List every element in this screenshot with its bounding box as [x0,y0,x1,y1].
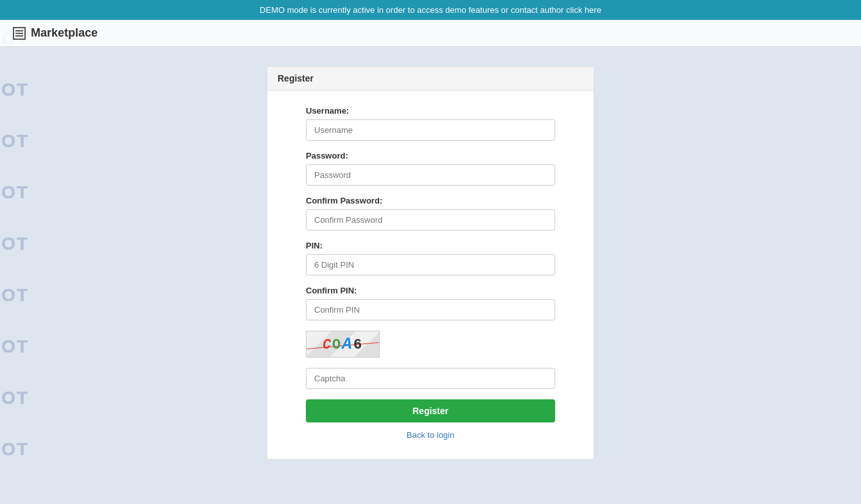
confirm-pin-input[interactable] [306,299,555,320]
confirm-pin-group: Confirm PIN: [306,286,555,320]
password-group: Password: [306,151,555,186]
register-tab-label: Register [278,73,314,83]
svg-rect-1 [15,33,23,34]
captcha-char-a: A [342,335,353,354]
back-to-login: Back to login [306,430,555,440]
confirm-password-input[interactable] [306,209,555,230]
demo-banner: DEMO mode is currently active in order t… [0,0,861,20]
captcha-input[interactable] [306,368,555,389]
svg-rect-2 [15,35,23,37]
main-content: Register Username: Password: Confirm Pas… [0,47,861,500]
register-card: Register Username: Password: Confirm Pas… [267,66,594,460]
logo-icon [13,27,26,40]
svg-rect-0 [15,30,23,31]
confirm-password-label: Confirm Password: [306,196,555,205]
back-to-login-link[interactable]: Back to login [407,430,454,440]
register-card-body: Username: Password: Confirm Password: PI… [267,91,594,459]
pin-input[interactable] [306,254,555,275]
captcha-char-o: O [332,337,342,353]
pin-label: PIN: [306,241,555,250]
captcha-group [306,368,555,389]
nav-logo-text: Marketplace [31,26,98,40]
captcha-image: COA6 [306,331,380,358]
password-label: Password: [306,151,555,161]
password-input[interactable] [306,164,555,186]
nav-bar: Marketplace [0,20,861,47]
captcha-container: COA6 [306,331,555,358]
register-card-header: Register [267,67,594,91]
username-input[interactable] [306,119,555,141]
username-group: Username: [306,106,555,141]
demo-banner-text: DEMO mode is currently active in order t… [260,5,601,15]
nav-logo: Marketplace [13,26,98,40]
username-label: Username: [306,106,555,116]
register-button[interactable]: Register [306,399,555,422]
pin-group: PIN: [306,241,555,275]
confirm-password-group: Confirm Password: [306,196,555,230]
confirm-pin-label: Confirm PIN: [306,286,555,295]
captcha-char-6: 6 [353,337,363,353]
captcha-char-c: C [323,337,332,353]
